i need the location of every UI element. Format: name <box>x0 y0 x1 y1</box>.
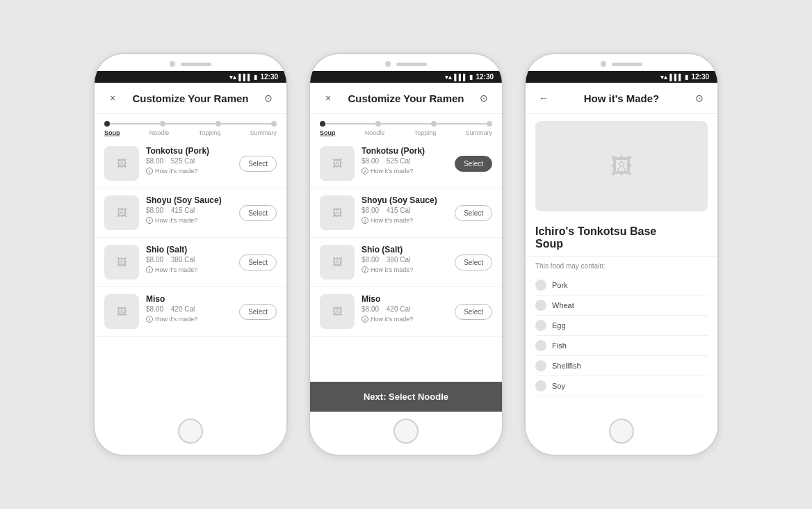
filter-icon-3[interactable]: ⊙ <box>691 90 708 106</box>
allergen-name: Pork <box>552 281 568 289</box>
nav-bar-1: × Customize Your Ramen ⊙ <box>95 83 286 114</box>
menu-item-shio-2: 🖼 Shio (Salt) $8.00 380 Cal i How it's m… <box>310 238 502 287</box>
item-meta-2-2: $8.00 415 Cal <box>362 207 448 214</box>
info-icon-3: i <box>146 266 153 273</box>
item-name-2-2: Shoyu (Soy Sauce) <box>362 195 448 205</box>
step-label-summary-1: Summary <box>250 129 277 136</box>
allergen-item: Pork <box>535 275 708 296</box>
select-btn-4[interactable]: Select <box>239 304 277 320</box>
signal-icon-3: ▌▌▌ <box>669 74 683 81</box>
step-label-soup-1: Soup <box>104 129 120 136</box>
item-info-2-2: Shoyu (Soy Sauce) $8.00 415 Cal i How it… <box>362 195 448 224</box>
item-meta-2-4: $8.00 420 Cal <box>362 305 448 313</box>
phone-1: ▾▴ ▌▌▌ ▮ 12:30 × Customize Your Ramen ⊙ … <box>93 53 288 456</box>
allergen-dot <box>535 340 546 351</box>
how-its-made-4[interactable]: i How it's made? <box>146 316 232 323</box>
speaker-3 <box>612 63 642 66</box>
how-its-made-2-4[interactable]: i How it's made? <box>362 316 448 323</box>
allergen-item: Shellfish <box>535 356 708 376</box>
select-btn-2-2[interactable]: Select <box>455 205 492 221</box>
how-its-made-2-1[interactable]: i How it's made? <box>362 168 448 175</box>
select-btn-2-4[interactable]: Select <box>455 304 492 320</box>
item-info-2-3: Shio (Salt) $8.00 380 Cal i How it's mad… <box>362 245 448 273</box>
next-noodle-button[interactable]: Next: Select Noodle <box>310 382 502 412</box>
how-its-made-2[interactable]: i How it's made? <box>146 217 232 224</box>
item-price-2-2: $8.00 <box>362 207 379 214</box>
step-labels-1: Soup Noodle Topping Summary <box>104 129 277 136</box>
phone-top-1 <box>95 54 286 71</box>
img-icon-2-1: 🖼 <box>332 158 342 169</box>
select-btn-2-3[interactable]: Select <box>455 255 492 270</box>
battery-icon: ▮ <box>254 74 257 81</box>
filter-icon-1[interactable]: ⊙ <box>260 90 277 106</box>
how-its-made-1[interactable]: i How it's made? <box>146 168 232 175</box>
item-cal-4: 420 Cal <box>171 305 195 313</box>
step-label-topping-1: Topping <box>199 129 221 136</box>
item-name-4: Miso <box>146 294 232 304</box>
content-3: 🖼 Ichiro's Tonkotsu Base Soup This food … <box>526 114 717 412</box>
step-line-3 <box>221 123 271 124</box>
allergen-name: Wheat <box>552 301 574 309</box>
status-bar-1: ▾▴ ▌▌▌ ▮ 12:30 <box>95 71 286 83</box>
detail-title: Ichiro's Tonkotsu Base Soup <box>526 218 717 257</box>
item-meta-3: $8.00 380 Cal <box>146 256 232 264</box>
step-dot-topping-1 <box>216 121 221 127</box>
item-cal-2-3: 380 Cal <box>387 256 410 264</box>
speaker-2 <box>396 63 427 66</box>
item-cal-2-2: 415 Cal <box>387 207 410 214</box>
info-icon-4: i <box>146 316 153 323</box>
item-cal-1: 525 Cal <box>171 157 195 165</box>
status-bar-3: ▾▴ ▌▌▌ ▮ 12:30 <box>526 71 717 83</box>
back-button-3[interactable]: ← <box>535 90 552 106</box>
close-button-2[interactable]: × <box>320 90 336 106</box>
status-icons-3: ▾▴ ▌▌▌ ▮ <box>660 74 688 81</box>
how-its-made-2-2[interactable]: i How it's made? <box>362 217 448 224</box>
img-icon-2-4: 🖼 <box>332 306 342 317</box>
speaker <box>181 63 211 66</box>
step-line-2a <box>325 123 375 124</box>
filter-icon-2[interactable]: ⊙ <box>476 90 492 106</box>
status-icons-1: ▾▴ ▌▌▌ ▮ <box>229 74 257 81</box>
step-label-topping-2: Topping <box>414 129 437 136</box>
home-button-2[interactable] <box>393 419 419 444</box>
progress-bar-1: Soup Noodle Topping Summary <box>95 114 286 139</box>
phone-bottom-1 <box>95 412 286 455</box>
time-1: 12:30 <box>260 73 278 81</box>
info-icon-2-1: i <box>362 168 368 175</box>
close-button-1[interactable]: × <box>104 90 121 106</box>
item-price-2-4: $8.00 <box>362 305 379 313</box>
phone-top-3 <box>526 54 717 71</box>
nav-title-1: Customize Your Ramen <box>121 92 260 104</box>
allergen-item: Wheat <box>535 296 708 316</box>
allergen-name: Soy <box>552 382 565 390</box>
img-icon-2: 🖼 <box>117 207 127 218</box>
select-btn-3[interactable]: Select <box>239 255 277 270</box>
home-button-3[interactable] <box>609 419 634 444</box>
nav-title-3: How it's Made? <box>552 92 691 104</box>
item-info-1: Tonkotsu (Pork) $8.00 525 Cal i How it's… <box>146 146 232 175</box>
item-price-2-1: $8.00 <box>362 157 379 165</box>
phone-2: ▾▴ ▌▌▌ ▮ 12:30 × Customize Your Ramen ⊙ … <box>309 53 503 456</box>
home-button-1[interactable] <box>178 419 203 444</box>
step-label-noodle-1: Noodle <box>149 129 170 136</box>
item-price-4: $8.00 <box>146 305 163 313</box>
item-info-2: Shoyu (Soy Sauce) $8.00 415 Cal i How it… <box>146 195 232 224</box>
select-btn-1[interactable]: Select <box>239 156 277 172</box>
step-labels-2: Soup Noodle Topping Summary <box>320 129 492 136</box>
menu-item-shoyu-2: 🖼 Shoyu (Soy Sauce) $8.00 415 Cal i How … <box>310 188 502 238</box>
allergen-section: This food may contain: Pork Wheat Egg Fi… <box>526 262 717 396</box>
step-dot-noodle-2 <box>375 121 381 127</box>
info-icon-2-4: i <box>362 316 368 323</box>
item-meta-4: $8.00 420 Cal <box>146 305 232 313</box>
how-its-made-3[interactable]: i How it's made? <box>146 266 232 273</box>
detail-image: 🖼 <box>535 121 708 211</box>
menu-item-shoyu-1: 🖼 Shoyu (Soy Sauce) $8.00 415 Cal i How … <box>95 188 286 238</box>
select-btn-2[interactable]: Select <box>239 205 277 221</box>
item-info-4: Miso $8.00 420 Cal i How it's made? <box>146 294 232 323</box>
item-meta-2-3: $8.00 380 Cal <box>362 256 448 264</box>
allergen-dot <box>535 300 546 311</box>
how-its-made-2-3[interactable]: i How it's made? <box>362 266 448 273</box>
step-line-2c <box>437 123 487 124</box>
menu-item-tonkotsu-2: 🖼 Tonkotsu (Pork) $8.00 525 Cal i How it… <box>310 139 502 188</box>
select-btn-2-1[interactable]: Select <box>455 156 492 172</box>
